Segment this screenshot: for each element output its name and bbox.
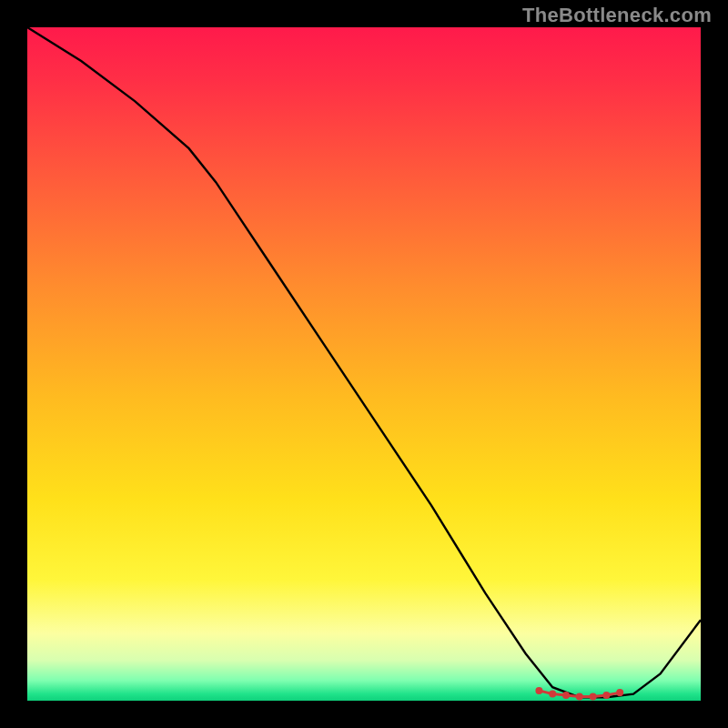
- plot-area: [27, 27, 701, 701]
- valley-marker: [616, 689, 623, 696]
- watermark-text: TheBottleneck.com: [522, 4, 712, 27]
- chart-frame: TheBottleneck.com: [0, 0, 728, 728]
- valley-markers: [535, 687, 623, 701]
- bottleneck-curve: [27, 27, 701, 701]
- curve-line: [27, 27, 701, 697]
